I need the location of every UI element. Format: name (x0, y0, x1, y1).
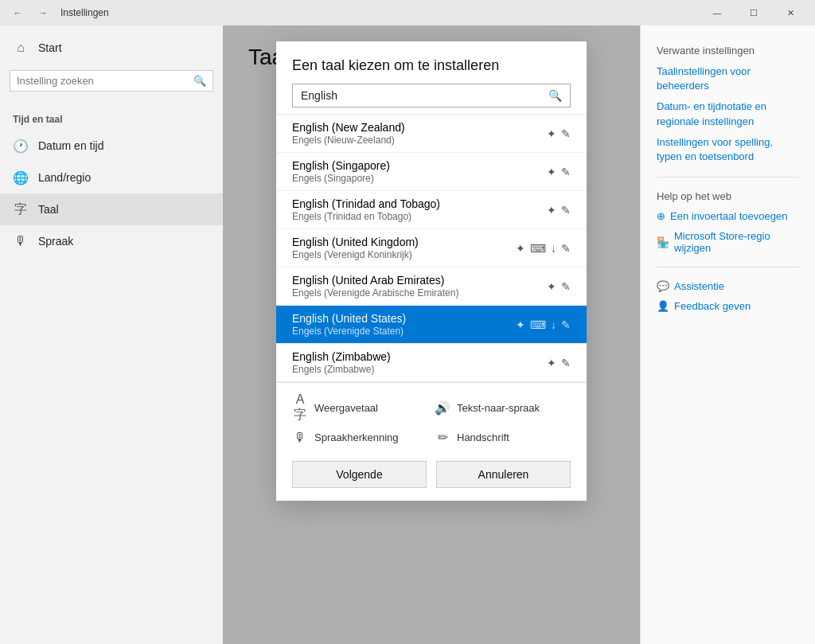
link-assistentie[interactable]: 💬 Assistentie (657, 280, 799, 292)
keyboard-icon: ⌨ (530, 318, 546, 331)
lang-icons: ✦ ⌨ ↓ ✎ (516, 318, 571, 331)
list-item[interactable]: English (Singapore) Engels (Singapore) ✦… (276, 153, 587, 191)
edit-icon: ✎ (561, 242, 571, 255)
lang-info-nz: English (New Zealand) Engels (Nieuw-Zeel… (292, 121, 547, 146)
titlebar-nav: ← → (6, 2, 54, 24)
lang-name: English (United Arab Emirates) (292, 274, 547, 287)
edit-icon: ✎ (561, 318, 571, 331)
minimize-button[interactable]: — (699, 2, 735, 24)
language-icon: 字 (13, 201, 29, 217)
sidebar-item-taal[interactable]: 字 Taal (0, 193, 223, 225)
lang-native: Engels (Verenigde Arabische Emiraten) (292, 287, 547, 299)
window-controls: — ☐ ✕ (699, 2, 809, 24)
link-invoertaal[interactable]: ⊕ Een invoertaal toevoegen (657, 210, 799, 222)
list-item-selected[interactable]: English (United States) Engels (Verenigd… (276, 306, 587, 344)
handwriting-icon: ✦ (547, 280, 556, 293)
link-feedback[interactable]: 👤 Feedback geven (657, 300, 799, 312)
back-button[interactable]: ← (6, 2, 29, 24)
lang-icons: ✦ ✎ (547, 127, 571, 140)
close-button[interactable]: ✕ (772, 2, 809, 24)
clock-icon: 🕐 (13, 138, 29, 154)
sidebar-item-spraak[interactable]: 🎙 Spraak (0, 225, 223, 257)
list-item[interactable]: English (New Zealand) Engels (Nieuw-Zeel… (276, 115, 587, 153)
lang-native: Engels (Singapore) (292, 173, 547, 184)
handwriting-icon: ✦ (547, 357, 556, 369)
globe-icon: 🌐 (13, 170, 29, 185)
forward-button[interactable]: → (32, 2, 54, 24)
chat-icon: 💬 (657, 280, 669, 292)
keyboard-icon: ⌨ (530, 242, 546, 255)
link-datum-regio[interactable]: Datum- en tijdnotatie en regionale inste… (657, 100, 799, 128)
feature-label-tts: Tekst-naar-spraak (457, 402, 540, 414)
lang-info-tt: English (Trinidad and Tobago) Engels (Tr… (292, 197, 547, 222)
sidebar-label-start: Start (38, 41, 62, 54)
lang-name: English (United States) (292, 312, 516, 325)
list-item[interactable]: English (United Kingdom) Engels (Verenig… (276, 229, 587, 267)
edit-icon: ✎ (561, 204, 571, 217)
download-icon: ↓ (551, 318, 556, 331)
maximize-button[interactable]: ☐ (735, 2, 772, 24)
help-title: Help op het web (657, 190, 799, 202)
window-title: Instellingen (60, 7, 109, 18)
app-body: ⌂ Start 🔍 Tijd en taal 🕐 Datum en tijd 🌐… (0, 25, 815, 644)
sidebar: ⌂ Start 🔍 Tijd en taal 🕐 Datum en tijd 🌐… (0, 25, 223, 644)
list-item[interactable]: English (Zimbabwe) Engels (Zimbabwe) ✦ ✎ (276, 344, 587, 382)
lang-icons: ✦ ✎ (547, 166, 571, 178)
lang-name: English (New Zealand) (292, 121, 547, 134)
handwriting-icon: ✦ (547, 204, 556, 217)
edit-icon: ✎ (561, 127, 571, 140)
panel-divider-2 (657, 267, 799, 267)
lang-name: English (Zimbabwe) (292, 350, 547, 363)
lang-native: Engels (Zimbabwe) (292, 364, 547, 375)
feature-label-spraak: Spraakherkenning (314, 431, 399, 443)
dialog-title: Een taal kiezen om te installeren (276, 41, 587, 84)
lang-icons: ✦ ⌨ ↓ ✎ (516, 242, 571, 255)
sidebar-label-datum: Datum en tijd (38, 139, 103, 152)
panel-divider (657, 177, 799, 178)
feature-tts: 🔊 Tekst-naar-spraak (435, 392, 571, 423)
language-list: English (New Zealand) Engels (Nieuw-Zeel… (276, 114, 587, 382)
cancel-button[interactable]: Annuleren (436, 461, 571, 488)
sidebar-item-start[interactable]: ⌂ Start (0, 32, 223, 64)
feature-handschrift: ✏ Handschrift (435, 430, 571, 445)
sidebar-item-land[interactable]: 🌐 Land/regio (0, 162, 223, 193)
speech-icon: ✦ (516, 318, 525, 331)
lang-info-sg: English (Singapore) Engels (Singapore) (292, 159, 547, 184)
dialog-buttons: Volgende Annuleren (276, 451, 587, 501)
home-icon: ⌂ (13, 40, 29, 56)
edit-icon: ✎ (561, 357, 571, 369)
modal-overlay: Een taal kiezen om te installeren 🔍 Engl… (223, 25, 640, 644)
sidebar-label-taal: Taal (38, 203, 59, 216)
lang-icons: ✦ ✎ (547, 280, 571, 293)
titlebar: ← → Instellingen — ☐ ✕ (0, 0, 815, 25)
main-content: Taal Een taal kiezen om te installeren 🔍… (223, 25, 640, 644)
sidebar-search-container: 🔍 (10, 70, 213, 92)
lang-info-us: English (United States) Engels (Verenigd… (292, 312, 516, 337)
feature-weergave: A字 Weergavetaal (292, 392, 428, 423)
link-store-regio[interactable]: 🏪 Microsoft Store-regio wijzigen (657, 230, 799, 254)
link-taalinstellingen[interactable]: Taalinstellingen voor beheerders (657, 64, 799, 93)
dialog-features: A字 Weergavetaal 🔊 Tekst-naar-spraak 🎙 Sp… (276, 382, 587, 451)
list-item[interactable]: English (United Arab Emirates) Engels (V… (276, 267, 587, 306)
feature-label-handschrift: Handschrift (457, 431, 509, 443)
lang-native: Engels (Verenigde Staten) (292, 326, 516, 337)
lang-icons: ✦ ✎ (547, 357, 571, 369)
lang-name: English (United Kingdom) (292, 236, 516, 248)
speech-rec-icon: 🎙 (292, 431, 308, 445)
link-spelling[interactable]: Instellingen voor spelling, typen en toe… (657, 135, 799, 164)
list-item[interactable]: English (Trinidad and Tobago) Engels (Tr… (276, 191, 587, 229)
feedback-icon: 👤 (657, 300, 669, 312)
lang-native: Engels (Trinidad en Tobago) (292, 211, 547, 222)
dialog-search-container: 🔍 (292, 84, 571, 107)
edit-icon: ✎ (561, 166, 571, 178)
sidebar-section-label: Tijd en taal (0, 104, 223, 130)
lang-native: Engels (Verenigd Koninkrijk) (292, 249, 516, 260)
handwriting-icon: ✦ (547, 127, 556, 140)
handwriting-icon: ✦ (547, 166, 556, 178)
next-button[interactable]: Volgende (292, 461, 427, 488)
search-input[interactable] (17, 75, 189, 87)
dialog-search-input[interactable] (301, 89, 544, 102)
right-panel: Verwante instellingen Taalinstellingen v… (640, 25, 815, 644)
handwriting-icon: ✏ (435, 430, 450, 445)
sidebar-item-datum[interactable]: 🕐 Datum en tijd (0, 130, 223, 162)
